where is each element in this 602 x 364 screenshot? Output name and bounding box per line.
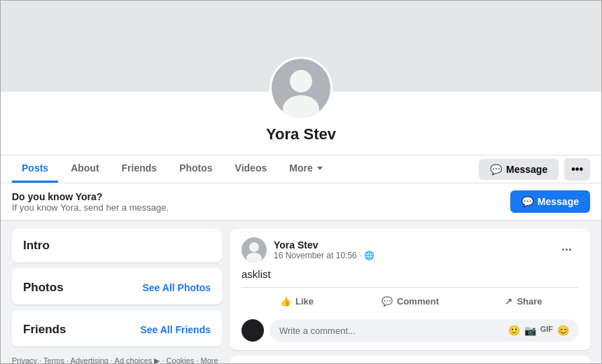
footer-link-advertising[interactable]: Advertising bbox=[71, 356, 108, 364]
like-label: Like bbox=[295, 296, 314, 307]
post-card-2: Yora Stev 16 November at 10:55 · 🌐 ··· bbox=[230, 356, 590, 364]
comment-button-1[interactable]: 💬 Comment bbox=[355, 292, 465, 311]
post-author-name-1[interactable]: Yora Stev bbox=[274, 239, 374, 251]
cover-photo bbox=[1, 1, 601, 92]
intro-card: Intro bbox=[12, 229, 222, 262]
like-button-1[interactable]: 👍 Like bbox=[241, 292, 352, 311]
friends-card: Friends See All Friends bbox=[12, 310, 222, 346]
post-content-1: asklist bbox=[241, 268, 579, 280]
tab-posts[interactable]: Posts bbox=[12, 155, 58, 183]
comment-avatar-1 bbox=[241, 319, 264, 342]
gif-icon[interactable]: GIF bbox=[540, 325, 553, 336]
tab-videos[interactable]: Videos bbox=[225, 155, 277, 183]
dots-icon: ••• bbox=[571, 163, 583, 175]
share-icon: ↗ bbox=[505, 296, 512, 307]
intro-title: Intro bbox=[23, 239, 211, 253]
svg-point-1 bbox=[290, 70, 312, 92]
sticker-icon[interactable]: 😊 bbox=[557, 325, 569, 336]
post-actions-1: 👍 Like 💬 Comment ↗ Share bbox=[241, 287, 579, 311]
share-label: Share bbox=[517, 296, 542, 307]
footer-link-terms[interactable]: Terms bbox=[43, 356, 64, 364]
footer-link-privacy[interactable]: Privacy bbox=[12, 356, 37, 364]
know-bar-heading: Do you know Yora? bbox=[12, 191, 169, 202]
friends-row: Friends See All Friends bbox=[23, 323, 211, 337]
profile-tabs: Posts About Friends Photos Videos More 💬… bbox=[1, 155, 601, 183]
comment-label: Comment bbox=[397, 296, 439, 307]
post-avatar-1 bbox=[241, 237, 267, 262]
footer-links: Privacy · Terms · Advertising · Ad choic… bbox=[12, 352, 222, 364]
see-all-photos-link[interactable]: See All Photos bbox=[142, 282, 211, 293]
photos-card: Photos See All Photos bbox=[12, 268, 222, 304]
message-button[interactable]: 💬 Message bbox=[479, 159, 559, 180]
comment-icon: 💬 bbox=[382, 296, 393, 307]
more-actions-button[interactable]: ••• bbox=[564, 158, 590, 181]
tab-more[interactable]: More bbox=[279, 155, 332, 183]
photos-row: Photos See All Photos bbox=[23, 281, 211, 295]
page-container: Yora Stev Posts About Friends Photos Vid… bbox=[0, 0, 602, 364]
footer-link-cookies[interactable]: Cookies bbox=[167, 356, 195, 364]
tab-about[interactable]: About bbox=[61, 155, 108, 183]
see-all-friends-link[interactable]: See All Friends bbox=[140, 324, 211, 335]
like-icon: 👍 bbox=[280, 296, 291, 307]
know-bar: Do you know Yora? If you know Yora, send… bbox=[1, 183, 601, 220]
messenger-icon: 💬 bbox=[490, 164, 502, 175]
left-column: Intro Photos See All Photos Friends See … bbox=[12, 229, 222, 364]
post-time-1: 16 November at 10:56 · 🌐 bbox=[274, 251, 374, 260]
tab-actions: 💬 Message ••• bbox=[479, 158, 590, 181]
chevron-down-icon bbox=[317, 167, 323, 170]
post-author-1: Yora Stev 16 November at 10:56 · 🌐 bbox=[241, 237, 374, 262]
footer-link-ad-choices[interactable]: Ad choices ▶ bbox=[115, 356, 160, 364]
photos-title: Photos bbox=[23, 281, 64, 295]
comment-icons-1: 🙂 📷 GIF 😊 bbox=[508, 325, 569, 336]
tab-more-label: More bbox=[289, 162, 312, 174]
avatar-container bbox=[270, 57, 332, 120]
avatar bbox=[270, 57, 332, 120]
tab-friends[interactable]: Friends bbox=[112, 155, 167, 183]
tab-items: Posts About Friends Photos Videos More bbox=[12, 155, 479, 183]
friends-title: Friends bbox=[23, 323, 66, 337]
tab-photos[interactable]: Photos bbox=[169, 155, 222, 183]
post-author-info-1: Yora Stev 16 November at 10:56 · 🌐 bbox=[274, 239, 374, 260]
svg-point-4 bbox=[249, 242, 259, 252]
comment-box-1: Write a comment... 🙂 📷 GIF 😊 bbox=[241, 316, 579, 342]
share-button-1[interactable]: ↗ Share bbox=[468, 292, 579, 311]
post-header-1: Yora Stev 16 November at 10:56 · 🌐 ··· bbox=[241, 237, 579, 262]
messenger-icon-2: 💬 bbox=[522, 196, 533, 207]
know-bar-btn-label: Message bbox=[538, 196, 579, 207]
know-bar-subtext: If you know Yora, send her a message. bbox=[12, 202, 169, 213]
post-card-1: Yora Stev 16 November at 10:56 · 🌐 ··· a… bbox=[230, 229, 590, 350]
main-content: Intro Photos See All Photos Friends See … bbox=[1, 220, 601, 364]
message-label: Message bbox=[506, 164, 547, 175]
footer-link-more[interactable]: More bbox=[201, 356, 218, 364]
camera-icon[interactable]: 📷 bbox=[524, 325, 536, 336]
comment-input-wrap-1[interactable]: Write a comment... 🙂 📷 GIF 😊 bbox=[270, 319, 579, 342]
post-more-button-1[interactable]: ··· bbox=[554, 238, 579, 262]
profile-name: Yora Stev bbox=[1, 125, 601, 144]
comment-placeholder-1: Write a comment... bbox=[279, 326, 356, 336]
know-bar-text: Do you know Yora? If you know Yora, send… bbox=[12, 191, 169, 213]
emoji-icon[interactable]: 🙂 bbox=[508, 325, 520, 336]
know-bar-message-button[interactable]: 💬 Message bbox=[510, 190, 590, 213]
right-column: Yora Stev 16 November at 10:56 · 🌐 ··· a… bbox=[230, 229, 590, 364]
